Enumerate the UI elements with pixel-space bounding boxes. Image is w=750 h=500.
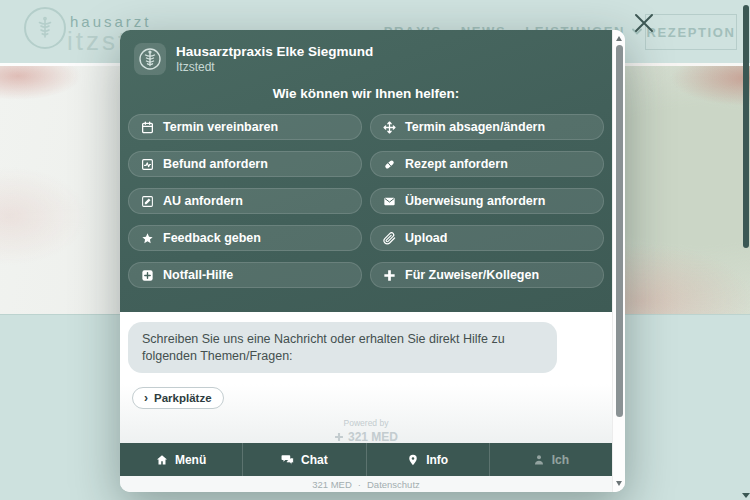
footer-brand: 321 MED (312, 479, 352, 490)
tab-ich[interactable]: Ich (490, 443, 612, 476)
powered-by-label: Powered by (120, 418, 612, 428)
action-feedback-geben[interactable]: Feedback geben (128, 225, 362, 251)
action-label: Notfall-Hilfe (163, 268, 233, 282)
action-upload[interactable]: Upload (370, 225, 604, 251)
modal-scrollbar-down-arrow[interactable] (616, 481, 622, 486)
practice-name: Hausarztpraxis Elke Siegmund (176, 43, 373, 60)
action-rezept-anfordern[interactable]: Rezept anfordern (370, 151, 604, 177)
action-label: Für Zuweiser/Kollegen (405, 268, 539, 282)
tab-info[interactable]: Info (367, 443, 490, 476)
envelope-icon (383, 195, 396, 208)
caduceus-logo-icon (24, 7, 66, 49)
note-pencil-icon (141, 195, 154, 208)
modal-tab-bar: Menü Chat Info Ich (120, 443, 612, 476)
modal-scrollbar[interactable] (612, 30, 625, 492)
modal-header-section: Hausarztpraxis Elke Siegmund Itzstedt Wi… (120, 30, 612, 312)
chat-section: Schreiben Sie uns eine Nachricht oder er… (120, 312, 612, 443)
practice-header: Hausarztpraxis Elke Siegmund Itzstedt (128, 43, 604, 75)
page-scrollbar[interactable] (743, 0, 749, 500)
powered-by: Powered by 321 MED (120, 418, 612, 443)
page-scrollbar-thumb[interactable] (743, 5, 749, 248)
page: hausarzt itzstedt PRAXIS NEWS LEISTUNGEN… (0, 0, 750, 500)
report-chart-icon (141, 158, 154, 171)
action-label: Überweisung anfordern (405, 194, 545, 208)
practice-location: Itzstedt (176, 60, 373, 75)
modal-scrollbar-thumb[interactable] (616, 45, 623, 417)
footer-privacy-link[interactable]: Datenschutz (367, 479, 420, 490)
quick-reply-parkplaetze[interactable]: › Parkplätze (132, 387, 224, 409)
medical-cross-icon (383, 269, 396, 282)
page-scrollbar-down-arrow[interactable] (742, 493, 750, 498)
close-icon[interactable] (631, 10, 657, 36)
modal-scrollbar-up-arrow[interactable] (616, 36, 622, 41)
caduceus-practice-icon (134, 43, 166, 75)
chat-widget-modal: Hausarztpraxis Elke Siegmund Itzstedt Wi… (120, 30, 625, 492)
actions-grid: Termin vereinbaren Termin absagen/ändern… (128, 114, 604, 288)
action-ueberweisung-anfordern[interactable]: Überweisung anfordern (370, 188, 604, 214)
action-label: AU anfordern (163, 194, 243, 208)
tab-menu[interactable]: Menü (120, 443, 243, 476)
action-label: Termin vereinbaren (163, 120, 278, 134)
action-termin-vereinbaren[interactable]: Termin vereinbaren (128, 114, 362, 140)
powered-by-brand-label: 321 MED (348, 430, 398, 443)
action-au-anfordern[interactable]: AU anfordern (128, 188, 362, 214)
help-heading: Wie können wir Ihnen helfen: (128, 86, 604, 101)
plus-square-icon (141, 269, 154, 282)
powered-by-brand: 321 MED (334, 430, 398, 443)
action-befund-anfordern[interactable]: Befund anfordern (128, 151, 362, 177)
modal-content: Hausarztpraxis Elke Siegmund Itzstedt Wi… (120, 30, 612, 492)
home-icon (156, 454, 168, 466)
footer-separator: · (358, 479, 361, 490)
action-label: Befund anfordern (163, 157, 268, 171)
tab-label: Ich (552, 453, 569, 467)
action-label: Upload (405, 231, 447, 245)
rezeption-button[interactable]: REZEPTION (645, 14, 737, 50)
quick-reply-label: Parkplätze (154, 392, 212, 404)
calendar-icon (141, 121, 154, 134)
tab-chat[interactable]: Chat (243, 443, 366, 476)
action-label: Termin absagen/ändern (405, 120, 545, 134)
bot-message-bubble: Schreiben Sie uns eine Nachricht oder er… (128, 322, 557, 373)
pill-icon (383, 158, 396, 171)
chat-icon (281, 453, 294, 466)
practice-titles: Hausarztpraxis Elke Siegmund Itzstedt (176, 43, 373, 75)
person-icon (533, 454, 545, 466)
tab-label: Info (426, 453, 448, 467)
chevron-right-icon: › (144, 391, 148, 405)
move-arrows-icon (383, 121, 396, 134)
medical-cross-icon (334, 432, 344, 442)
pin-icon (407, 454, 419, 466)
action-label: Feedback geben (163, 231, 261, 245)
star-icon (141, 232, 154, 245)
paperclip-icon (383, 232, 396, 245)
action-termin-absagen[interactable]: Termin absagen/ändern (370, 114, 604, 140)
action-notfall-hilfe[interactable]: Notfall-Hilfe (128, 262, 362, 288)
tab-label: Chat (301, 453, 328, 467)
modal-footer: 321 MED · Datenschutz (120, 476, 612, 492)
action-zuweiser-kollegen[interactable]: Für Zuweiser/Kollegen (370, 262, 604, 288)
action-label: Rezept anfordern (405, 157, 508, 171)
tab-label: Menü (175, 453, 206, 467)
